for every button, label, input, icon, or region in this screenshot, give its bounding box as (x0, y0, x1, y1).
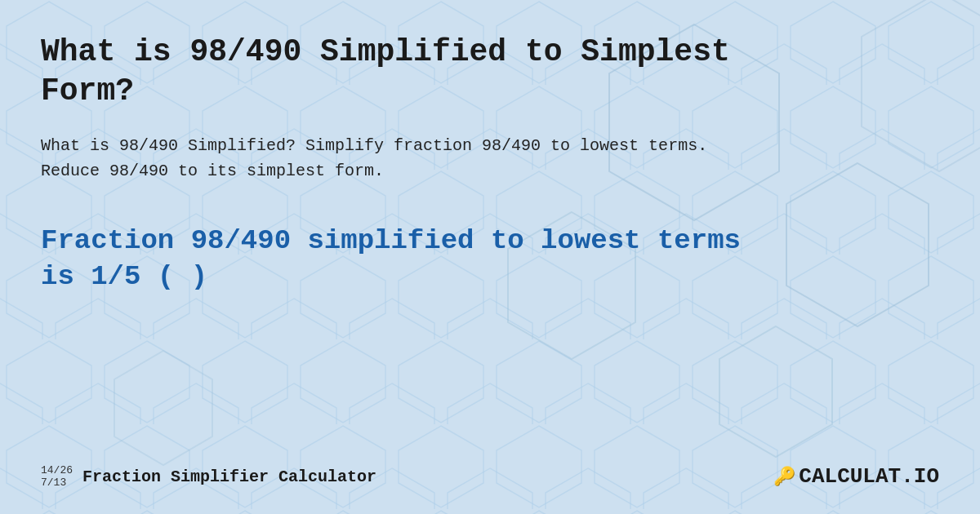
main-content: What is 98/490 Simplified to Simplest Fo… (41, 33, 939, 456)
footer-fraction-bottom: 7/13 (41, 476, 66, 490)
footer-fraction-top: 14/26 (41, 464, 73, 477)
footer: 14/26 7/13 Fraction Simplifier Calculato… (41, 456, 939, 490)
footer-brand: 14/26 7/13 Fraction Simplifier Calculato… (41, 464, 376, 490)
footer-fraction-container: 14/26 7/13 (41, 464, 73, 490)
logo-text: CALCULAT.IO (799, 464, 939, 489)
description-text: What is 98/490 Simplified? Simplify frac… (41, 133, 710, 184)
page-title: What is 98/490 Simplified to Simplest Fo… (41, 33, 776, 110)
result-section: Fraction 98/490 simplified to lowest ter… (41, 223, 939, 295)
footer-logo: 🔑 CALCULAT.IO (773, 464, 939, 489)
logo-icon: 🔑 (773, 466, 795, 488)
result-text: Fraction 98/490 simplified to lowest ter… (41, 223, 776, 295)
content-wrapper: What is 98/490 Simplified to Simplest Fo… (0, 0, 980, 514)
footer-brand-label: Fraction Simplifier Calculator (82, 467, 376, 486)
